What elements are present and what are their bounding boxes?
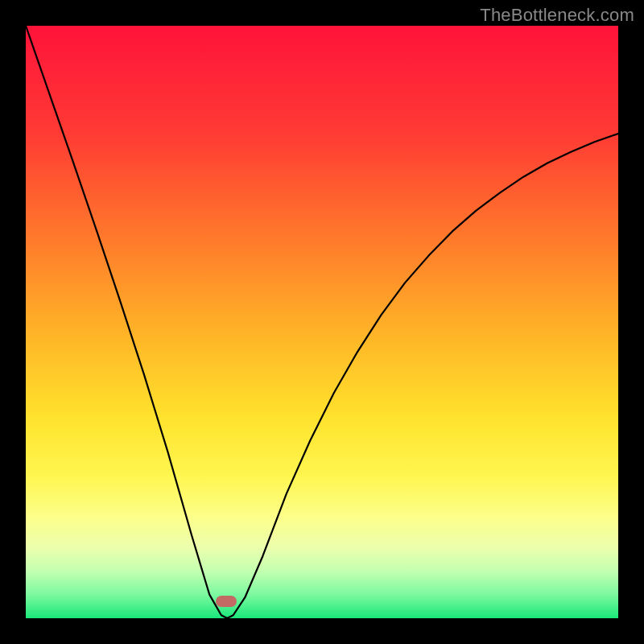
- optimum-marker: [216, 596, 237, 607]
- plot-area: [26, 26, 618, 618]
- watermark-text: TheBottleneck.com: [480, 5, 634, 26]
- chart-frame: TheBottleneck.com: [0, 0, 644, 644]
- bottleneck-curve: [26, 26, 618, 618]
